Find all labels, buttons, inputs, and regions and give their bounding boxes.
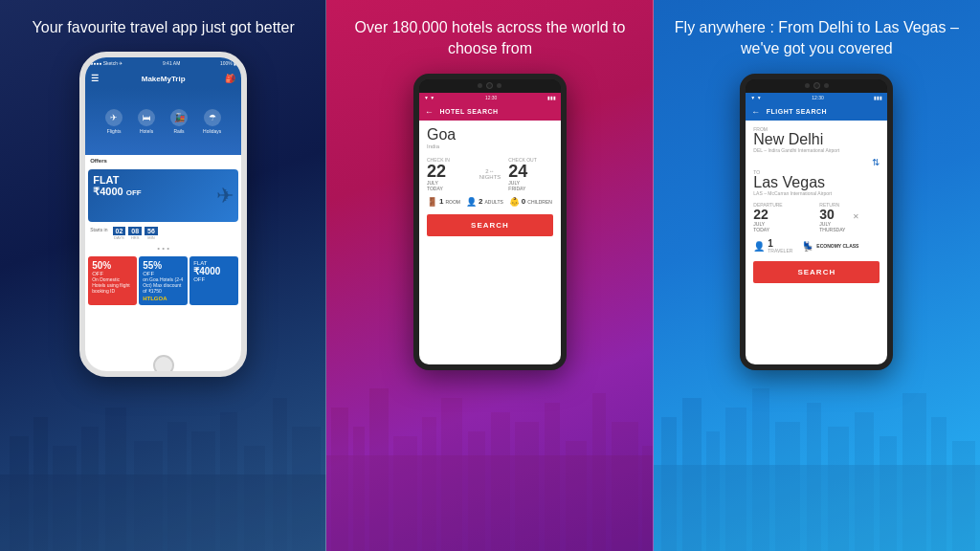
screen-1: ●●●● Sketch ✈ 9:41 AM 100% ▮ ☰ MakeMyTri… (85, 57, 241, 371)
adults-label: ADULTS (484, 199, 502, 205)
dest-airport: LAS – McCarran International Airport (753, 190, 880, 196)
svg-rect-35 (807, 403, 821, 551)
panel-3-tagline: Fly anywhere : From Delhi to Las Vegas –… (654, 0, 980, 70)
statusbar-1: ●●●● Sketch ✈ 9:41 AM 100% ▮ (85, 57, 241, 69)
swap-button[interactable]: ⇅ (753, 157, 880, 167)
checkin-today: TODAY (427, 186, 472, 191)
svg-rect-1 (10, 436, 29, 551)
hrs-label: HRS (128, 235, 142, 240)
bottom-cards: 50% OFF On Domestic Hotels using flight … (85, 254, 241, 307)
svg-rect-7 (167, 422, 187, 551)
hotels-icon: 🛏 (138, 109, 155, 126)
guests-row: 🚪 1 ROOM 👤 2 ADULTS 👶 0 CHILDREN (427, 197, 553, 207)
svg-rect-16 (369, 388, 389, 551)
children-icon: 👶 (509, 197, 520, 207)
panel-1: Your favourite travel app just got bette… (0, 0, 326, 551)
hamburger-icon[interactable]: ☰ (91, 74, 99, 83)
destination-country: India (427, 143, 553, 149)
nav-icons-row: ✈ Flights 🛏 Hotels 🚂 Rails ☂ (105, 109, 221, 134)
class-block[interactable]: 💺 ECONOMY CLASS (802, 238, 858, 254)
flight-search-content: FROM New Delhi DEL – Indira Gandhi Inter… (746, 121, 887, 290)
hotel-search-title: HOTEL SEARCH (439, 108, 498, 115)
timer-hrs: 08 (128, 227, 142, 235)
speaker-dot-3 (805, 83, 810, 88)
rooms-icon: 🚪 (427, 197, 437, 207)
return-block[interactable]: RETURN 30 JULY THURSDAY ✕ (819, 202, 880, 232)
back-arrow-icon-3[interactable]: ← (751, 107, 761, 117)
nights-label: NIGHTS (479, 174, 501, 180)
checkout-day-name: FRIDAY (508, 186, 553, 191)
adults-icon: 👤 (466, 197, 477, 207)
back-arrow-icon[interactable]: ← (425, 107, 434, 117)
traveler-label: TRAVELER (768, 249, 792, 254)
pax-row: 👤 1 TRAVELER 💺 ECONOMY CLASS (753, 238, 880, 254)
hotel-search-button[interactable]: SEARCH (427, 214, 553, 236)
hotels-nav[interactable]: 🛏 Hotels (138, 109, 155, 134)
svg-rect-2 (33, 417, 48, 551)
checkin-day: 22 (427, 163, 472, 180)
holidays-nav[interactable]: ☂ Holidays (203, 109, 221, 134)
svg-rect-39 (902, 393, 926, 551)
rails-icon: 🚂 (170, 109, 188, 126)
nights-block: 2↔ NIGHTS (479, 168, 501, 180)
screen-2: ▼ ▼ 12:30 ▮▮▮ ← HOTEL SEARCH Goa India C… (419, 93, 561, 370)
svg-rect-9 (220, 412, 237, 551)
flight-search-title: FLIGHT SEARCH (767, 108, 827, 115)
status-time: 9:41 AM (163, 60, 180, 66)
svg-rect-25 (592, 393, 606, 551)
svg-rect-12 (292, 427, 321, 551)
hotels-label: Hotels (140, 128, 153, 134)
remove-return-button[interactable]: ✕ (853, 212, 859, 221)
flights-icon: ✈ (105, 109, 122, 126)
origin-city[interactable]: New Delhi (753, 132, 880, 147)
holidays-label: Holidays (203, 128, 221, 134)
svg-rect-21 (491, 412, 510, 551)
svg-rect-31 (706, 431, 720, 551)
svg-rect-34 (775, 422, 800, 551)
camera-lens (486, 82, 493, 89)
svg-rect-6 (134, 441, 163, 551)
screen-3: ▼ ▼ 12:30 ▮▮▮ ← FLIGHT SEARCH FROM New D… (746, 93, 887, 370)
ret-day-name: THURSDAY (819, 227, 845, 232)
flights-nav[interactable]: ✈ Flights (105, 109, 122, 134)
card-4000[interactable]: FLAT ₹4000 OFF (189, 256, 238, 305)
ret-day: 30 (819, 208, 845, 221)
timer-min: 56 (145, 227, 158, 235)
class-label: ECONOMY CLASS (816, 243, 858, 249)
rooms-block[interactable]: 🚪 1 ROOM (427, 197, 460, 207)
svg-rect-33 (752, 388, 769, 551)
dep-today: TODAY (753, 227, 813, 232)
checkin-block[interactable]: CHECK IN 22 JULY TODAY (427, 157, 472, 191)
panel-1-tagline: Your favourite travel app just got bette… (13, 0, 314, 48)
offer-card-main[interactable]: FLAT ₹4000 OFF ✈ (88, 169, 238, 222)
card-50[interactable]: 50% OFF On Domestic Hotels using flight … (88, 256, 137, 305)
hotel-search-header: ← HOTEL SEARCH (419, 103, 561, 121)
dep-day: 22 (753, 208, 813, 221)
timer-row: Starts in 02 DAYS 08 HRS 56 MIN (85, 225, 241, 242)
iphone-home-button[interactable] (153, 355, 174, 376)
statusbar-3: ▼ ▼ 12:30 ▮▮▮ (746, 93, 887, 103)
destination-city[interactable]: Goa (427, 126, 553, 143)
flight-search-button[interactable]: SEARCH (753, 261, 880, 283)
card-50-pct: 50% (92, 260, 133, 271)
traveler-block[interactable]: 👤 1 TRAVELER (753, 238, 792, 254)
svg-rect-19 (441, 398, 462, 551)
departure-block[interactable]: DEPARTURE 22 JULY TODAY (753, 202, 813, 232)
speaker-dot (478, 83, 482, 88)
svg-rect-29 (661, 417, 677, 551)
svg-rect-26 (612, 422, 638, 551)
rails-label: Rails (174, 128, 185, 134)
adults-block[interactable]: 👤 2 ADULTS (466, 197, 503, 207)
checkout-block[interactable]: CHECK OUT 24 JULY FRIDAY (508, 157, 553, 191)
flights-label: Flights (107, 128, 122, 134)
flight-search-header: ← FLIGHT SEARCH (746, 103, 887, 121)
status-time-2: 12:30 (485, 95, 498, 100)
dates-row: CHECK IN 22 JULY TODAY 2↔ NIGHTS CHECK O… (427, 157, 553, 191)
card-55[interactable]: 55% OFF on Goa Hotels (2-4 Oct) Max disc… (139, 256, 188, 305)
dest-city[interactable]: Las Vegas (753, 175, 880, 190)
children-block[interactable]: 👶 0 CHILDREN (509, 197, 552, 207)
plane-decoration: ✈ (216, 184, 234, 209)
rails-nav[interactable]: 🚂 Rails (170, 109, 188, 134)
min-label: MIN (145, 235, 158, 240)
android-mockup-3: ▼ ▼ 12:30 ▮▮▮ ← FLIGHT SEARCH FROM New D… (740, 74, 893, 370)
